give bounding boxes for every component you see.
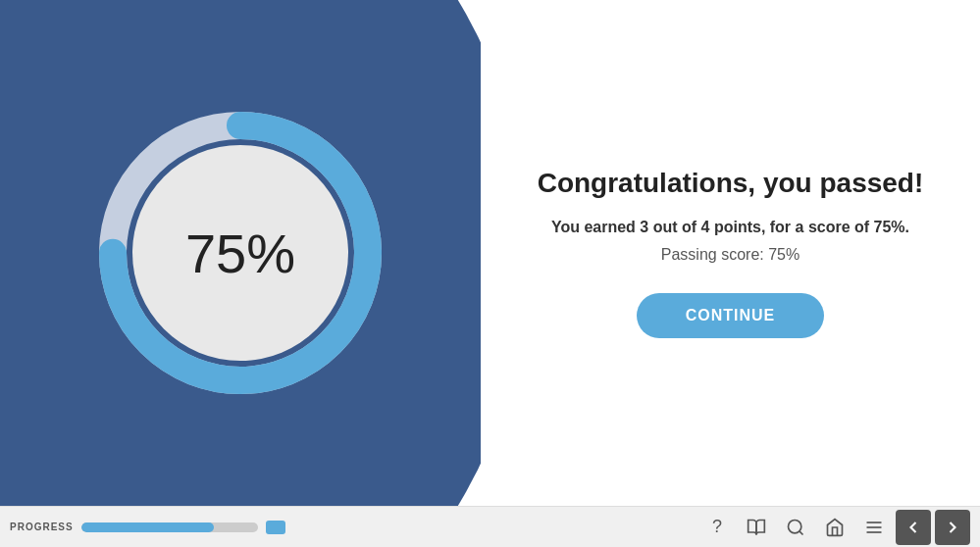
continue-button[interactable]: CONTINUE xyxy=(637,293,825,338)
right-panel: Congratulations, you passed! You earned … xyxy=(481,0,980,506)
progress-bar-fill xyxy=(81,522,214,532)
main-content: 75% Congratulations, you passed! You ear… xyxy=(0,0,980,506)
home-icon[interactable] xyxy=(817,510,852,545)
progress-label: PROGRESS xyxy=(10,522,74,532)
percentage-label: 75% xyxy=(185,223,295,284)
score-text: You earned 3 out of 4 points, for a scor… xyxy=(551,219,909,236)
book-icon[interactable] xyxy=(739,510,774,545)
toolbar-icons: ? xyxy=(699,510,970,545)
progress-section: PROGRESS xyxy=(10,521,699,534)
passing-score: Passing score: 75% xyxy=(661,246,799,264)
bottom-toolbar: PROGRESS ? xyxy=(0,506,980,547)
search-icon[interactable] xyxy=(778,510,813,545)
back-icon[interactable] xyxy=(896,510,931,545)
forward-icon[interactable] xyxy=(935,510,970,545)
menu-icon[interactable] xyxy=(856,510,892,545)
svg-line-3 xyxy=(799,530,803,534)
congrats-title: Congratulations, you passed! xyxy=(538,168,924,199)
donut-chart: 75% xyxy=(93,106,387,400)
svg-point-2 xyxy=(789,520,801,532)
donut-center-text: 75% xyxy=(185,222,295,285)
help-icon[interactable]: ? xyxy=(699,510,735,545)
progress-bar-background xyxy=(81,522,258,532)
left-panel: 75% xyxy=(0,0,481,506)
progress-thumb xyxy=(266,521,285,534)
